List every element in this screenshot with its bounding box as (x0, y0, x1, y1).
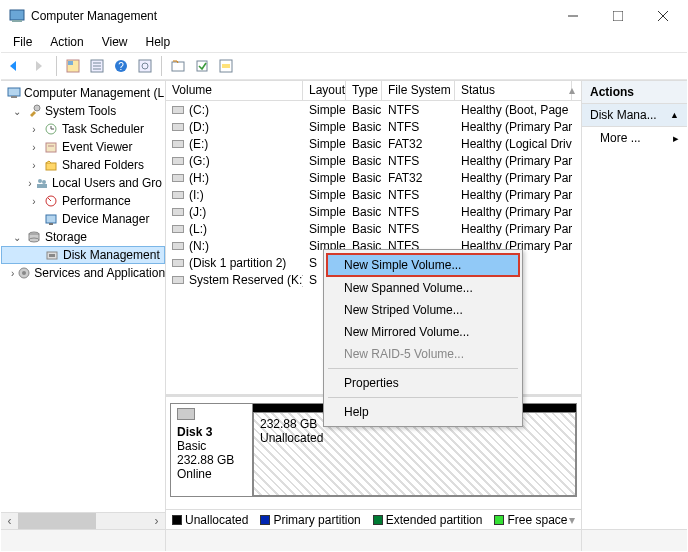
context-menu-item[interactable]: New Mirrored Volume... (326, 321, 520, 343)
volume-row[interactable]: (E:)SimpleBasicFAT32Healthy (Logical Dri… (166, 135, 581, 152)
storage-icon (26, 229, 42, 245)
column-header[interactable]: Layout (303, 81, 346, 100)
tree-shared-folders[interactable]: ›Shared Folders (1, 156, 165, 174)
tree-device-manager[interactable]: Device Manager (1, 210, 165, 228)
tree-local-users[interactable]: ›Local Users and Gro (1, 174, 165, 192)
volume-list-header[interactable]: VolumeLayoutTypeFile SystemStatus (166, 81, 581, 101)
cell: Simple (303, 222, 346, 236)
tree-task-scheduler[interactable]: ›Task Scheduler (1, 120, 165, 138)
context-menu-item[interactable]: New Simple Volume... (326, 253, 520, 277)
tree-root[interactable]: Computer Management (L (1, 84, 165, 102)
menu-help[interactable]: Help (138, 33, 179, 51)
cell: Simple (303, 205, 346, 219)
forward-button[interactable] (29, 55, 51, 77)
refresh-button[interactable] (134, 55, 156, 77)
action-button-1[interactable] (167, 55, 189, 77)
show-hide-tree-button[interactable] (62, 55, 84, 77)
actions-header: Actions (582, 81, 687, 104)
collapse-icon[interactable]: ▲ (670, 110, 679, 120)
chevron-right-icon[interactable]: › (28, 178, 32, 189)
context-menu-item[interactable]: Help (326, 401, 520, 423)
actions-context-row[interactable]: Disk Mana... ▲ (582, 104, 687, 127)
svg-rect-20 (8, 88, 20, 96)
chevron-down-icon[interactable]: ⌄ (11, 106, 23, 117)
tools-icon (26, 103, 42, 119)
svg-point-38 (29, 238, 39, 242)
cell: Healthy (Primary Part (455, 222, 572, 236)
tree-label: Task Scheduler (62, 122, 144, 136)
context-menu-item[interactable]: New Striped Volume... (326, 299, 520, 321)
volume-row[interactable]: (G:)SimpleBasicNTFSHealthy (Primary Part (166, 152, 581, 169)
maximize-button[interactable] (595, 2, 640, 31)
app-icon (9, 8, 25, 24)
menu-file[interactable]: File (5, 33, 40, 51)
svg-point-30 (42, 180, 46, 184)
column-header[interactable]: Volume (166, 81, 303, 100)
cell: Basic (346, 188, 382, 202)
svg-rect-26 (46, 143, 56, 152)
column-header[interactable]: Status (455, 81, 572, 100)
menu-action[interactable]: Action (42, 33, 91, 51)
chevron-right-icon[interactable]: › (28, 160, 40, 171)
cell: (G:) (166, 154, 303, 168)
cell: (H:) (166, 171, 303, 185)
properties-button[interactable] (86, 55, 108, 77)
clock-icon (43, 121, 59, 137)
menu-view[interactable]: View (94, 33, 136, 51)
cell: NTFS (382, 205, 455, 219)
tree-storage[interactable]: ⌄ Storage (1, 228, 165, 246)
tree-event-viewer[interactable]: ›Event Viewer (1, 138, 165, 156)
volume-row[interactable]: (D:)SimpleBasicNTFSHealthy (Primary Part (166, 118, 581, 135)
volume-row[interactable]: (I:)SimpleBasicNTFSHealthy (Primary Part (166, 186, 581, 203)
tree-label: Computer Management (L (24, 86, 164, 100)
actions-pane: Actions Disk Mana... ▲ More ... ▸ (582, 81, 687, 529)
chevron-right-icon[interactable]: › (11, 268, 14, 279)
back-button[interactable] (5, 55, 27, 77)
volume-icon (172, 259, 184, 267)
toolbar: ? (1, 52, 687, 80)
volume-row[interactable]: (C:)SimpleBasicNTFSHealthy (Boot, Page F (166, 101, 581, 118)
tree-scrollbar[interactable]: ‹› (1, 512, 165, 529)
actions-more-row[interactable]: More ... ▸ (582, 127, 687, 149)
column-header[interactable]: Type (346, 81, 382, 100)
close-button[interactable] (640, 2, 685, 31)
legend-label: Unallocated (185, 513, 248, 527)
context-menu-item[interactable]: Properties (326, 372, 520, 394)
volume-icon (172, 191, 184, 199)
column-header[interactable]: File System (382, 81, 455, 100)
services-icon (17, 265, 31, 281)
minimize-button[interactable] (550, 2, 595, 31)
performance-icon (43, 193, 59, 209)
disk-info-box[interactable]: Disk 3 Basic 232.88 GB Online (171, 404, 253, 496)
context-menu-item[interactable]: New Spanned Volume... (326, 277, 520, 299)
tree-performance[interactable]: ›Performance (1, 192, 165, 210)
cell: Simple (303, 103, 346, 117)
svg-rect-34 (46, 215, 56, 223)
chevron-right-icon[interactable]: › (28, 124, 40, 135)
tree-label: System Tools (45, 104, 116, 118)
tree-services[interactable]: › Services and Applications (1, 264, 165, 282)
cell: Healthy (Primary Part (455, 188, 572, 202)
tree-system-tools[interactable]: ⌄ System Tools (1, 102, 165, 120)
legend-label: Free space (507, 513, 567, 527)
tree-disk-management[interactable]: Disk Management (1, 246, 165, 264)
chevron-right-icon[interactable]: › (28, 196, 40, 207)
chevron-right-icon[interactable]: › (28, 142, 40, 153)
context-menu-item: New RAID-5 Volume... (326, 343, 520, 365)
volume-row[interactable]: (J:)SimpleBasicNTFSHealthy (Primary Part (166, 203, 581, 220)
volume-row[interactable]: (H:)SimpleBasicFAT32Healthy (Primary Par… (166, 169, 581, 186)
legend-swatch (373, 515, 383, 525)
svg-point-42 (22, 271, 26, 275)
action-button-3[interactable] (215, 55, 237, 77)
svg-point-22 (34, 105, 40, 111)
action-button-2[interactable] (191, 55, 213, 77)
tree-pane: Computer Management (L ⌄ System Tools ›T… (1, 81, 166, 529)
help-button[interactable]: ? (110, 55, 132, 77)
chevron-down-icon[interactable]: ⌄ (11, 232, 23, 243)
statusbar (1, 529, 687, 551)
volume-row[interactable]: (L:)SimpleBasicNTFSHealthy (Primary Part (166, 220, 581, 237)
cell: Basic (346, 171, 382, 185)
cell: Simple (303, 137, 346, 151)
svg-rect-16 (172, 62, 184, 71)
cell: (I:) (166, 188, 303, 202)
